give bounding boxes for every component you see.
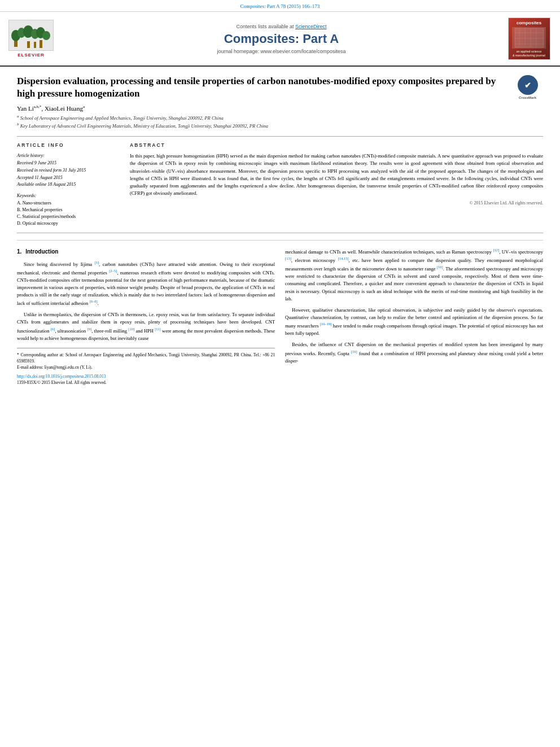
affil-b-sup: b: [17, 122, 19, 126]
article-content: Dispersion evaluation, processing and te…: [0, 67, 560, 394]
ref-12: [12]: [493, 248, 499, 252]
footnote-doi-link[interactable]: http://dx.doi.org/10.1016/j.compositesa.…: [17, 374, 106, 379]
article-info-label: ARTICLE INFO: [17, 142, 119, 148]
article-history: Article history: Received 9 June 2015 Re…: [17, 152, 119, 189]
ref-6: [6]: [51, 327, 55, 331]
right-para-2: However, qualitative characterization, l…: [285, 307, 543, 338]
ref-2-5: [2–5]: [109, 269, 117, 273]
keyword-1: A. Nano-structures: [17, 200, 119, 207]
ref-16b: [16]: [351, 350, 357, 353]
footnote-doi-line: http://dx.doi.org/10.1016/j.compositesa.…: [17, 373, 275, 379]
introduction-heading: 1. Introduction: [17, 247, 275, 256]
elsevier-tree-image: [8, 20, 54, 51]
affiliation-b: b Key Laboratory of Advanced Civil Engin…: [17, 122, 543, 130]
ref-13: [13]: [285, 256, 291, 260]
svg-point-6: [42, 31, 50, 40]
header-center: Contents lists available at ScienceDirec…: [62, 18, 501, 60]
article-info-abstract-section: ARTICLE INFO Article history: Received 9…: [17, 136, 543, 233]
citation-text: Composites: Part A 78 (2015) 166–173: [240, 3, 320, 9]
section-divider: [17, 240, 543, 241]
abstract-text: In this paper, high pressure homogenizat…: [130, 152, 543, 197]
ref-10: [10]: [128, 327, 134, 331]
ref-6-8: [6–8]: [89, 299, 97, 303]
crossmark-circle: ✔: [518, 75, 538, 95]
revised-date: Received in revised form 31 July 2015: [17, 167, 119, 174]
composites-logo-title: composites: [517, 20, 541, 26]
footnote-corresponding: * Corresponding author at: School of Aer…: [17, 352, 275, 365]
keyword-1-text: A. Nano-structures: [17, 200, 51, 206]
logo-subtitle: an applied science& manufacturing journa…: [513, 50, 545, 57]
affiliation-a: a School of Aerospace Engineering and Ap…: [17, 114, 543, 122]
ref-16: [16]: [437, 265, 443, 269]
intro-para-1: Since being discovered by Iijima [1], ca…: [17, 260, 275, 308]
keywords-section: Keywords: A. Nano-structures B. Mechanic…: [17, 193, 119, 227]
journal-title-header: Composites: Part A: [224, 32, 339, 46]
svg-rect-7: [27, 41, 30, 48]
abstract-column: ABSTRACT In this paper, high pressure ho…: [130, 142, 543, 227]
homepage-label: journal homepage: www.elsevier.com/locat…: [217, 49, 345, 54]
header-area: ELSEVIER Contents lists available at Sci…: [0, 12, 560, 67]
received-date: Received 9 June 2015: [17, 160, 119, 167]
affil-a-sup: a: [17, 114, 19, 119]
authors-line: Yan Lia,b,*, XiaoLei Huanga: [17, 104, 543, 112]
ref-9: [9]: [88, 327, 92, 331]
footnote-issn: 1359-835X/© 2015 Elsevier Ltd. All right…: [17, 379, 275, 386]
affil-b-text: Key Laboratory of Advanced Civil Enginee…: [20, 123, 268, 128]
article-info-column: ARTICLE INFO Article history: Received 9…: [17, 142, 119, 227]
article-title-text: Dispersion evaluation, processing and te…: [17, 76, 496, 99]
journal-citation-bar: Composites: Part A 78 (2015) 166–173: [0, 0, 560, 12]
journal-homepage: journal homepage: www.elsevier.com/locat…: [217, 49, 345, 54]
right-para-3: Besides, the influence of CNT dispersion…: [285, 341, 543, 364]
history-label: Article history:: [17, 152, 119, 160]
header-logo-right: composites an applied science& manufactu…: [506, 18, 552, 60]
body-left-col: 1. Introduction Since being discovered b…: [17, 247, 275, 386]
sciencedirect-link[interactable]: ScienceDirect: [295, 24, 327, 29]
author-superscript: a,b,*: [34, 104, 42, 109]
elsevier-text-label: ELSEVIER: [18, 53, 45, 58]
contents-available-label: Contents lists available at: [236, 24, 294, 29]
crossmark-text: CrossMark: [519, 96, 536, 101]
author-name: Yan Li: [17, 105, 34, 112]
intro-section-label: Introduction: [25, 248, 58, 255]
keyword-3: C. Statistical properties/methods: [17, 213, 119, 220]
coauthor-superscript: a: [83, 104, 85, 109]
keyword-3-text: C. Statistical properties/methods: [17, 214, 76, 219]
footnote-email: E-mail address: liyan@tongji.edu.cn (Y. …: [17, 364, 275, 370]
ref-1: [1]: [95, 260, 99, 264]
article-title: Dispersion evaluation, processing and te…: [17, 75, 543, 100]
right-para-1: mechanical damage to CNTs as well. Meanw…: [285, 247, 543, 303]
ref-11: [11]: [155, 327, 161, 331]
crossmark-badge: ✔ CrossMark: [512, 75, 543, 101]
intro-para-2: Unlike in thermoplastics, the dispersion…: [17, 311, 275, 342]
keyword-4-text: D. Optical microscopy: [17, 221, 58, 226]
keyword-2-text: B. Mechanical properties: [17, 207, 63, 212]
footnote-section: * Corresponding author at: School of Aer…: [17, 348, 275, 386]
intro-section-num: 1.: [17, 248, 21, 255]
copyright-line: © 2015 Elsevier Ltd. All rights reserved…: [130, 200, 543, 206]
coauthor-name: XiaoLei Huang: [45, 105, 83, 112]
ref-16-19: [16–19]: [320, 322, 332, 326]
svg-rect-10: [515, 28, 544, 47]
svg-rect-8: [40, 40, 42, 48]
affiliation-block: a School of Aerospace Engineering and Ap…: [17, 114, 543, 129]
page-wrapper: Composites: Part A 78 (2015) 166–173: [0, 0, 560, 747]
body-two-col: 1. Introduction Since being discovered b…: [17, 247, 543, 386]
ref-14-15: [14,15]: [338, 256, 349, 260]
body-right-col: mechanical damage to CNTs as well. Meanw…: [285, 247, 543, 386]
keywords-label: Keywords:: [17, 193, 119, 198]
composites-journal-logo: composites an applied science& manufactu…: [508, 18, 550, 60]
accepted-date: Accepted 11 August 2015: [17, 174, 119, 182]
abstract-label: ABSTRACT: [130, 142, 543, 148]
logo-image-placeholder: [512, 27, 546, 49]
svg-rect-9: [34, 42, 36, 48]
affil-a-text: School of Aerospace Engineering and Appl…: [20, 115, 224, 121]
keyword-4: D. Optical microscopy: [17, 220, 119, 227]
online-date: Available online 18 August 2015: [17, 181, 119, 189]
sciencedirect-line: Contents lists available at ScienceDirec…: [236, 24, 326, 29]
keyword-2: B. Mechanical properties: [17, 207, 119, 213]
elsevier-logo: ELSEVIER: [6, 18, 56, 60]
